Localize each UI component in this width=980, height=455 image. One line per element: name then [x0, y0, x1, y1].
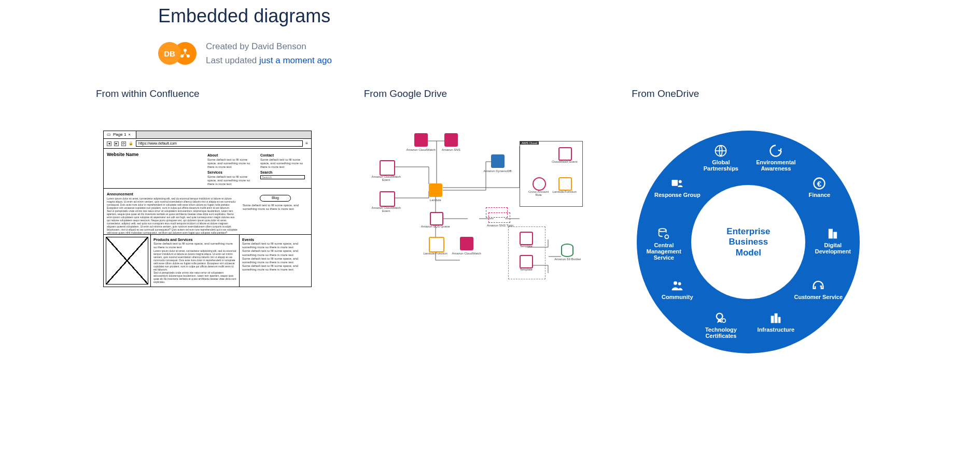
updated-link[interactable]: just a moment ago [259, 55, 332, 65]
ring-item: Technology Certificates [695, 311, 747, 339]
aws-diagram[interactable]: Amazon CloudWatch Amazon SNS Amazon Clou… [369, 131, 587, 302]
lock-icon: 🔒 [129, 141, 133, 146]
aws-label: Lambda Function [420, 252, 451, 255]
svg-rect-6 [829, 229, 833, 239]
svg-point-12 [722, 319, 726, 323]
aws-label: Amazon CloudWatch Event [371, 206, 402, 212]
wf-events: Events [242, 238, 309, 242]
svg-rect-17 [672, 180, 678, 186]
ring-label: Community [662, 294, 693, 300]
svg-text:€: € [817, 179, 822, 188]
wireframe-diagram[interactable]: ▭ Page 1 × ◄ ► ⟳ 🔒 https://www.default.c… [103, 131, 312, 287]
aws-label: Amazon S3 Bucket [552, 258, 583, 261]
globe-icon [713, 144, 728, 158]
aws-label: Amazon CloudWatch [405, 148, 437, 151]
ring-item: Central Management Service [638, 226, 690, 261]
aws-label: Lambda [420, 198, 451, 202]
wf-lorem: Lorem ipsum dolor sit amet, consectetur … [107, 197, 237, 209]
author-link[interactable]: David Benson [251, 41, 306, 51]
phone-person-icon [670, 176, 684, 191]
wf-filler: Some default text to fill some space, an… [242, 264, 309, 272]
wf-filler: Some default text to fill some space, an… [242, 257, 309, 264]
aws-cloud-title: AWS Cloud [520, 141, 539, 145]
svg-rect-8 [771, 316, 774, 323]
byline: DB Created by David Benson Last updated … [158, 39, 884, 67]
wf-filler: Some default text to fill some space, an… [207, 158, 255, 169]
cloudwatch-event-icon [380, 160, 395, 176]
ring-center-text: EnterpriseBusinessModel [726, 226, 770, 258]
reload-icon: ⟳ [121, 141, 126, 146]
wf-lorem: Sed ut perspiciatis unde omnis iste natu… [107, 209, 237, 234]
ring-item: € Finance [793, 176, 845, 198]
col-onedrive: From OneDrive EnterpriseBusinessModel [632, 88, 884, 353]
wf-filler: Some default text to fill some space, an… [242, 249, 309, 257]
col-google-drive: From Google Drive Amazon CloudWatch Amaz… [364, 88, 617, 302]
award-icon [713, 311, 728, 325]
fwd-icon: ► [114, 141, 119, 146]
cloudwatch-event-icon [558, 147, 572, 161]
wf-lorem: Lorem ipsum dolor sit amet, consectetur … [153, 249, 236, 271]
wf-search-label: Search [260, 170, 308, 175]
wf-lorem: Sed ut perspiciatis unde omnis iste natu… [153, 271, 236, 283]
city-icon [768, 311, 783, 325]
updated-prefix: Last updated [206, 55, 259, 65]
aws-label: Amazon SNS [436, 148, 467, 151]
lambda-icon [429, 183, 442, 197]
template-icon [520, 232, 533, 245]
menu-icon: ≡ [305, 141, 308, 146]
ring-label: Finance [809, 192, 831, 198]
ring-label: Technology Certificates [695, 326, 747, 339]
svg-point-18 [679, 180, 682, 183]
svg-point-13 [674, 281, 677, 285]
wf-filler: Some default text to fill some space, an… [153, 242, 236, 249]
wf-tab: ▭ Page 1 × [104, 131, 136, 138]
aws-label: Template [511, 245, 542, 248]
svg-rect-10 [778, 317, 781, 323]
ring-center: EnterpriseBusinessModel [691, 185, 805, 299]
col-heading: From within Confluence [96, 88, 348, 99]
wf-filler: Some default text to fill some space, an… [242, 242, 309, 249]
template-icon [520, 255, 533, 268]
svg-rect-7 [834, 232, 837, 239]
wf-services: Services [207, 170, 255, 175]
cross-account-role-icon [533, 177, 546, 191]
cloudwatch-icon [414, 133, 428, 147]
wf-browser-tabs: ▭ Page 1 × [104, 131, 311, 139]
wf-announcement: Announcement [107, 192, 237, 196]
aws-label: Amazon SQS Queue [420, 225, 451, 228]
columns: From within Confluence ▭ Page 1 × ◄ ► ⟳ … [96, 88, 884, 353]
aws-label: Template [511, 268, 542, 271]
wf-search-input [260, 175, 305, 179]
aws-label: Cross-Account Role [526, 190, 552, 196]
recycle-icon [768, 144, 783, 158]
wf-filler: Some default text to fill some space, an… [207, 175, 255, 187]
avatar-initials[interactable]: DB [158, 42, 181, 65]
svg-point-16 [665, 235, 669, 239]
ring-item: Response Group [651, 176, 703, 198]
database-gear-icon [656, 226, 671, 241]
svg-point-0 [184, 49, 187, 52]
wf-blog-button: Blog [260, 195, 291, 201]
sqs-queue-icon [430, 212, 443, 225]
wf-addressbar: ◄ ► ⟳ 🔒 https://www.default.com ≡ [104, 139, 311, 149]
ring-item: Customer Service [792, 278, 844, 300]
page-root: Embedded diagrams DB Created by David Be… [65, 0, 915, 374]
ring-label: Response Group [654, 192, 701, 198]
svg-point-11 [717, 314, 723, 320]
wf-products: Products and Services [153, 238, 236, 242]
col-confluence: From within Confluence ▭ Page 1 × ◄ ► ⟳ … [96, 88, 348, 287]
svg-point-15 [659, 229, 666, 232]
wf-site-name: Website Name [107, 152, 202, 158]
cloudwatch-event-icon [380, 191, 395, 207]
wf-footer: Products and Services Some default text … [104, 234, 311, 287]
wf-url: https://www.default.com [136, 140, 303, 147]
sns-icon [444, 133, 458, 147]
people-icon [670, 278, 684, 293]
wf-contact: Contact [260, 153, 308, 158]
aws-label: Lambda Function [552, 190, 578, 193]
back-icon: ◄ [107, 141, 111, 146]
cloudwatch-icon [460, 237, 473, 250]
ring-diagram[interactable]: EnterpriseBusinessModel Global Partnersh… [637, 131, 860, 353]
ring-item: Global Partnerships [695, 144, 747, 172]
sns-topic-icon [488, 212, 510, 223]
